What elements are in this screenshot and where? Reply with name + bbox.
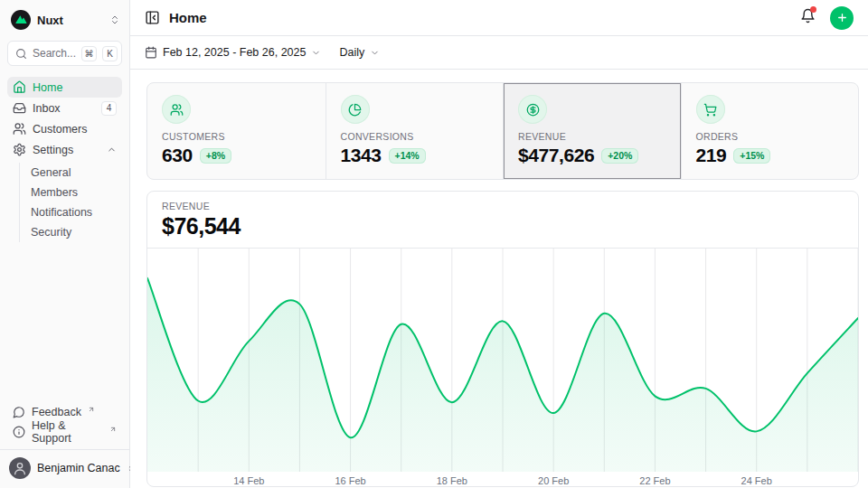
x-axis-label: 16 Feb: [335, 475, 365, 486]
app: Nuxt Search... ⌘ K Home: [0, 0, 868, 488]
stat-label: Customers: [162, 131, 311, 142]
footer-item-label: Feedback: [32, 406, 81, 418]
stats-strip: Customers 630 +8% Conversions 1343 +14%: [146, 82, 859, 180]
collapse-sidebar-button[interactable]: [145, 10, 160, 25]
avatar: [9, 457, 31, 479]
inbox-count-badge: 4: [101, 101, 117, 116]
chart-current-value: $76,544: [162, 213, 844, 239]
sidebar-item-help-support[interactable]: Help & Support: [7, 422, 122, 442]
sidebar-item-security[interactable]: Security: [20, 222, 122, 242]
chart-header: Revenue $76,544: [147, 192, 858, 248]
user-name: Benjamin Canac: [37, 462, 120, 474]
stat-card-orders[interactable]: Orders 219 +15%: [681, 83, 859, 179]
stat-icon-circle: [162, 95, 191, 124]
stat-label: Revenue: [518, 131, 666, 142]
sidebar: Nuxt Search... ⌘ K Home: [0, 0, 130, 488]
filters-toolbar: Feb 12, 2025 - Feb 26, 2025 Daily: [130, 36, 868, 70]
page-title: Home: [169, 10, 207, 25]
gear-icon: [13, 143, 26, 156]
external-link-icon: [88, 406, 95, 413]
x-axis-label: 20 Feb: [538, 475, 569, 486]
chevron-down-icon: [311, 48, 321, 58]
calendar-icon: [145, 46, 157, 59]
notifications-button[interactable]: [800, 8, 816, 27]
stat-card-customers[interactable]: Customers 630 +8%: [147, 83, 326, 179]
sidebar-item-customers[interactable]: Customers: [7, 118, 122, 139]
stat-icon-circle: [518, 95, 547, 124]
stat-change-badge: +8%: [200, 148, 231, 164]
workspace-selector[interactable]: Nuxt: [7, 7, 122, 33]
period-label: Daily: [339, 46, 364, 59]
x-axis-label: 14 Feb: [233, 475, 264, 486]
chart-plot-area[interactable]: [147, 248, 858, 472]
dashboard-content: Customers 630 +8% Conversions 1343 +14%: [130, 70, 868, 487]
stat-value: 219: [696, 145, 727, 166]
footer-item-label: Help & Support: [32, 419, 103, 445]
stat-icon-circle: [341, 95, 370, 124]
area-chart: [147, 249, 858, 472]
nuxt-logo: [11, 10, 31, 30]
workspace-name: Nuxt: [37, 14, 103, 27]
sidebar-item-settings[interactable]: Settings: [7, 139, 122, 160]
inbox-icon: [13, 101, 26, 115]
x-axis: 14 Feb16 Feb18 Feb20 Feb22 Feb24 Feb: [147, 472, 858, 486]
sidebar-item-home[interactable]: Home: [7, 77, 122, 98]
revenue-chart-card: Revenue $76,544: [146, 191, 859, 487]
x-axis-label: 22 Feb: [639, 475, 670, 486]
stat-card-revenue[interactable]: Revenue $477,626 +20%: [503, 83, 681, 179]
search-placeholder: Search...: [33, 47, 76, 60]
plus-icon: [836, 12, 848, 23]
stat-icon-circle: [696, 95, 725, 124]
external-link-icon: [109, 426, 117, 433]
sidebar-item-label: Inbox: [33, 102, 61, 115]
main-area: Home Feb 12, 2025 - Feb 26, 2025: [130, 0, 868, 488]
cart-icon: [703, 103, 717, 117]
stat-label: Orders: [696, 131, 844, 142]
user-menu[interactable]: Benjamin Canac: [0, 449, 129, 481]
period-select[interactable]: Daily: [339, 46, 380, 59]
stat-card-conversions[interactable]: Conversions 1343 +14%: [326, 83, 504, 179]
sidebar-nav: Home Inbox 4 Customers Settings: [7, 77, 122, 244]
panel-left-close-icon: [145, 10, 160, 25]
chart-title: Revenue: [162, 201, 844, 211]
page-header: Home: [130, 0, 868, 36]
users-icon: [13, 122, 26, 136]
pie-chart-icon: [348, 103, 362, 117]
kbd-command: ⌘: [81, 46, 97, 61]
x-axis-label: 24 Feb: [741, 475, 772, 486]
info-icon: [13, 426, 25, 438]
date-range-label: Feb 12, 2025 - Feb 26, 2025: [163, 46, 306, 59]
date-range-picker[interactable]: Feb 12, 2025 - Feb 26, 2025: [145, 46, 321, 59]
stat-change-badge: +15%: [733, 148, 770, 164]
notification-dot: [810, 6, 816, 13]
users-icon: [170, 103, 184, 117]
sidebar-item-general[interactable]: General: [20, 163, 122, 183]
kbd-k: K: [102, 46, 118, 61]
sidebar-item-notifications[interactable]: Notifications: [20, 202, 122, 222]
x-axis-label: 18 Feb: [437, 475, 467, 486]
search-icon: [15, 48, 27, 60]
stat-change-badge: +14%: [389, 148, 426, 164]
sidebar-item-members[interactable]: Members: [20, 183, 122, 202]
stat-value: $477,626: [518, 145, 594, 166]
sidebar-item-label: Home: [33, 81, 62, 94]
sidebar-spacer: [7, 244, 122, 402]
stat-label: Conversions: [341, 131, 489, 142]
stat-change-badge: +20%: [601, 148, 638, 164]
stat-value: 630: [162, 145, 193, 166]
sidebar-item-inbox[interactable]: Inbox 4: [7, 98, 122, 118]
sidebar-item-label: Settings: [33, 144, 73, 156]
chevron-up-icon: [107, 145, 117, 155]
chevron-down-icon: [370, 48, 380, 58]
sidebar-item-label: Customers: [33, 123, 87, 136]
search-input[interactable]: Search... ⌘ K: [7, 41, 122, 66]
settings-subnav: General Members Notifications Security: [19, 163, 122, 242]
home-icon: [13, 80, 26, 94]
add-button[interactable]: [830, 6, 854, 30]
message-circle-icon: [13, 406, 25, 418]
nuxt-mountain-icon: [15, 15, 27, 24]
stat-value: 1343: [341, 145, 382, 166]
chevrons-up-down-icon: [109, 14, 120, 25]
dollar-circle-icon: [526, 103, 540, 117]
